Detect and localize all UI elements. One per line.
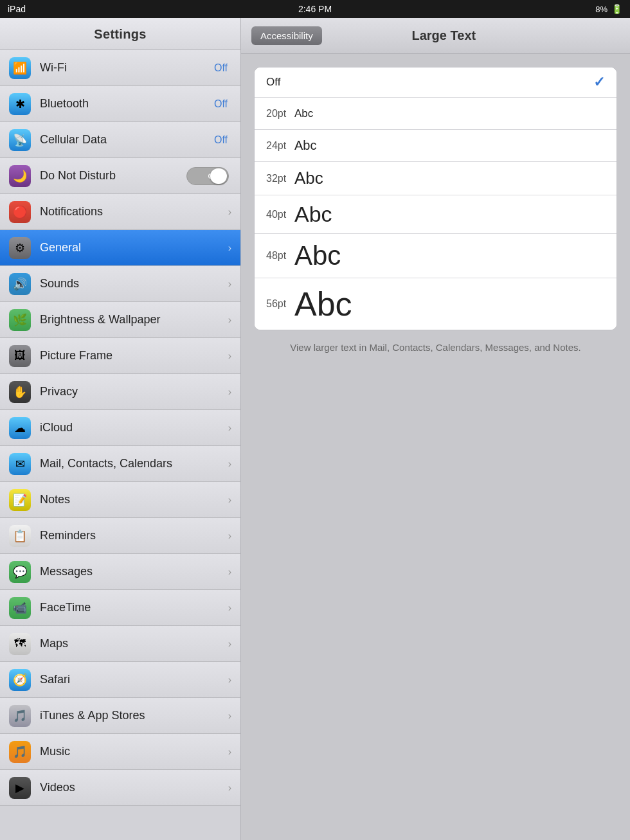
sidebar-label-notifications: Notifications: [40, 205, 228, 219]
sidebar-value-bluetooth: Off: [214, 98, 228, 110]
sidebar-label-videos: Videos: [40, 781, 228, 794]
chevron-privacy: ›: [228, 386, 231, 398]
sidebar-label-mail: Mail, Contacts, Calendars: [40, 457, 228, 470]
sidebar-label-bluetooth: Bluetooth: [40, 97, 214, 111]
mail-icon: ✉: [9, 453, 31, 475]
device-label: iPad: [8, 4, 26, 14]
chevron-sounds: ›: [228, 278, 231, 290]
battery-label: 8%: [595, 4, 608, 14]
sidebar-label-reminders: Reminders: [40, 529, 228, 542]
sidebar-item-reminders[interactable]: 📋Reminders›: [0, 518, 240, 554]
sounds-icon: 🔊: [9, 273, 31, 295]
chevron-icloud: ›: [228, 422, 231, 434]
chevron-messages: ›: [228, 566, 231, 578]
notifications-icon: 🔴: [9, 201, 31, 223]
right-panel-title: Large Text: [332, 28, 555, 43]
text-option-56pt[interactable]: 56ptAbc: [255, 278, 616, 330]
sidebar-item-general[interactable]: ⚙General›: [0, 230, 240, 266]
sidebar-item-dnd[interactable]: 🌙Do Not DisturbOFF: [0, 158, 240, 194]
chevron-facetime: ›: [228, 602, 231, 614]
chevron-safari: ›: [228, 674, 231, 686]
preview-20pt: Abc: [294, 107, 605, 120]
chevron-videos: ›: [228, 782, 231, 794]
text-option-off[interactable]: Off✓: [255, 67, 616, 98]
sidebar-value-cellular: Off: [214, 134, 228, 146]
sidebar-label-facetime: FaceTime: [40, 601, 228, 614]
sidebar-item-music[interactable]: 🎵Music›: [0, 734, 240, 770]
brightness-icon: 🌿: [9, 309, 31, 331]
sidebar-item-notifications[interactable]: 🔴Notifications›: [0, 194, 240, 230]
sidebar-label-messages: Messages: [40, 565, 228, 578]
maps-icon: 🗺: [9, 633, 31, 655]
chevron-reminders: ›: [228, 530, 231, 542]
large-text-options-list: Off✓20ptAbc24ptAbc32ptAbc40ptAbc48ptAbc5…: [254, 67, 617, 330]
size-label-32pt: 32pt: [266, 173, 294, 184]
preview-32pt: Abc: [294, 168, 605, 188]
text-option-48pt[interactable]: 48ptAbc: [255, 234, 616, 278]
status-bar: iPad 2:46 PM 8% 🔋: [0, 0, 630, 18]
safari-icon: 🧭: [9, 669, 31, 691]
main-layout: Settings 📶Wi-FiOff✱BluetoothOff📡Cellular…: [0, 18, 630, 840]
preview-40pt: Abc: [294, 202, 605, 227]
sidebar-item-brightness[interactable]: 🌿Brightness & Wallpaper›: [0, 302, 240, 338]
text-option-20pt[interactable]: 20ptAbc: [255, 98, 616, 130]
notes-icon: 📝: [9, 489, 31, 511]
text-option-24pt[interactable]: 24ptAbc: [255, 130, 616, 162]
sidebar-item-sounds[interactable]: 🔊Sounds›: [0, 266, 240, 302]
sidebar-label-itunes: iTunes & App Stores: [40, 709, 228, 722]
sidebar-label-wifi: Wi-Fi: [40, 61, 214, 75]
sidebar-label-picture: Picture Frame: [40, 349, 228, 362]
text-option-off-label: Off: [266, 76, 593, 89]
sidebar-item-itunes[interactable]: 🎵iTunes & App Stores›: [0, 698, 240, 734]
breadcrumb-button[interactable]: Accessibility: [251, 26, 322, 45]
cellular-icon: 📡: [9, 129, 31, 151]
icloud-icon: ☁: [9, 417, 31, 439]
status-right: 8% 🔋: [595, 4, 622, 14]
battery-icon: 🔋: [611, 4, 622, 14]
size-label-56pt: 56pt: [266, 298, 294, 310]
size-label-40pt: 40pt: [266, 209, 294, 220]
sidebar-item-mail[interactable]: ✉Mail, Contacts, Calendars›: [0, 446, 240, 482]
sidebar-value-wifi: Off: [214, 62, 228, 74]
sidebar-label-dnd: Do Not Disturb: [40, 169, 186, 183]
text-option-40pt[interactable]: 40ptAbc: [255, 195, 616, 234]
sidebar-item-safari[interactable]: 🧭Safari›: [0, 662, 240, 698]
sidebar-item-maps[interactable]: 🗺Maps›: [0, 626, 240, 662]
facetime-icon: 📹: [9, 597, 31, 619]
sidebar-item-notes[interactable]: 📝Notes›: [0, 482, 240, 518]
chevron-music: ›: [228, 746, 231, 758]
size-label-48pt: 48pt: [266, 250, 294, 262]
sidebar-item-messages[interactable]: 💬Messages›: [0, 554, 240, 590]
videos-icon: ▶: [9, 777, 31, 799]
size-label-24pt: 24pt: [266, 140, 294, 152]
picture-icon: 🖼: [9, 345, 31, 367]
sidebar-label-maps: Maps: [40, 637, 228, 650]
chevron-picture: ›: [228, 350, 231, 362]
preview-48pt: Abc: [294, 240, 605, 271]
text-option-32pt[interactable]: 32ptAbc: [255, 162, 616, 195]
sidebar-item-videos[interactable]: ▶Videos›: [0, 770, 240, 806]
sidebar-title: Settings: [0, 18, 240, 50]
sidebar-label-brightness: Brightness & Wallpaper: [40, 313, 228, 326]
sidebar-label-safari: Safari: [40, 673, 228, 686]
sidebar-item-facetime[interactable]: 📹FaceTime›: [0, 590, 240, 626]
sidebar-item-privacy[interactable]: ✋Privacy›: [0, 374, 240, 410]
sidebar-label-privacy: Privacy: [40, 385, 228, 398]
chevron-brightness: ›: [228, 314, 231, 326]
sidebar-item-cellular[interactable]: 📡Cellular DataOff: [0, 122, 240, 158]
description-text: View larger text in Mail, Contacts, Cale…: [254, 338, 617, 358]
sidebar-item-bluetooth[interactable]: ✱BluetoothOff: [0, 86, 240, 122]
right-header: Accessibility Large Text: [241, 18, 630, 54]
right-content: Off✓20ptAbc24ptAbc32ptAbc40ptAbc48ptAbc5…: [241, 54, 630, 840]
text-option-checkmark: ✓: [593, 74, 605, 91]
dnd-toggle[interactable]: OFF: [186, 167, 229, 185]
sidebar-label-music: Music: [40, 745, 228, 758]
sidebar-item-wifi[interactable]: 📶Wi-FiOff: [0, 50, 240, 86]
sidebar-item-icloud[interactable]: ☁iCloud›: [0, 410, 240, 446]
chevron-notifications: ›: [228, 206, 231, 218]
sidebar-label-icloud: iCloud: [40, 421, 228, 434]
sidebar: Settings 📶Wi-FiOff✱BluetoothOff📡Cellular…: [0, 18, 241, 840]
sidebar-item-picture[interactable]: 🖼Picture Frame›: [0, 338, 240, 374]
music-icon: 🎵: [9, 741, 31, 763]
right-panel: Accessibility Large Text Off✓20ptAbc24pt…: [241, 18, 630, 840]
